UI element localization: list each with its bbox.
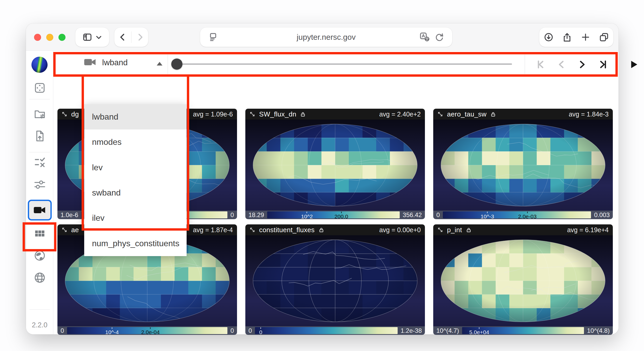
- colorbar-tick: 10^-3: [481, 212, 494, 219]
- dropdown-item-lwband[interactable]: lwband: [84, 104, 187, 129]
- tab-overview-icon[interactable]: [599, 32, 609, 42]
- dimension-select-value[interactable]: lwband: [102, 58, 128, 67]
- mollweide-map: [245, 235, 425, 326]
- colorbar-max: 10^(4.8): [587, 327, 610, 334]
- colorbar-tick: 5.0e+04: [469, 327, 489, 335]
- toolbar-divider: [525, 55, 525, 74]
- downloads-icon[interactable]: [543, 32, 554, 42]
- dropdown-item-ilev[interactable]: ilev: [84, 205, 187, 231]
- url-text[interactable]: jupyter.nersc.gov: [297, 33, 356, 42]
- list-check-icon: [33, 156, 46, 169]
- reload-icon[interactable]: [434, 32, 444, 42]
- panel-colorbar: 10^(4.7)5.0e+0410^(4.8): [433, 326, 613, 335]
- colorbar-tick: 10^2: [301, 212, 313, 219]
- previous-frame-button[interactable]: [556, 59, 567, 70]
- panel-title: SW_flux_dn: [259, 110, 296, 118]
- video-camera-icon: [34, 206, 46, 214]
- mollweide-map: [433, 120, 613, 211]
- lock-icon[interactable]: [466, 227, 471, 233]
- colorbar-max: 0: [231, 327, 234, 334]
- first-frame-button[interactable]: [535, 59, 546, 70]
- colorbar-gradient: 10^2200.0: [267, 211, 400, 218]
- colorbar-tick: 2.0e-03: [518, 212, 536, 219]
- map-canvas[interactable]: [245, 235, 425, 326]
- browser-toolbar: jupyter.nersc.gov: [26, 23, 619, 51]
- globe-wireframe-icon: [33, 271, 46, 284]
- colorbar-gradient: 5.0e+04: [462, 327, 584, 334]
- colorbar-gradient: 10^-32.0e-03: [443, 211, 591, 218]
- close-window-button[interactable]: [34, 34, 41, 41]
- forward-button[interactable]: [135, 32, 145, 42]
- panel-colorbar: 010^-32.0e-030.003: [433, 211, 613, 219]
- panel-header[interactable]: p_intavg = 6.19e+4: [433, 224, 613, 235]
- toolbar-divider: [617, 55, 617, 74]
- expand-icon[interactable]: [62, 111, 67, 117]
- sidebar-item-session-manager[interactable]: [26, 156, 53, 169]
- dropdown-item-num_phys_constituents[interactable]: num_phys_constituents: [84, 231, 187, 256]
- map-canvas[interactable]: [245, 120, 425, 211]
- lock-icon[interactable]: [300, 112, 306, 117]
- new-tab-icon[interactable]: [580, 32, 591, 42]
- tune-sliders-icon: [33, 178, 46, 191]
- colorbar-min: 10^(4.7): [436, 327, 459, 334]
- map-panel-p_int: p_intavg = 6.19e+410^(4.7)5.0e+0410^(4.8…: [433, 224, 613, 335]
- panel-header[interactable]: SW_flux_dnavg = 2.40e+2: [245, 109, 425, 120]
- dropdown-item-swband[interactable]: swband: [84, 180, 187, 205]
- map-canvas[interactable]: [433, 120, 613, 211]
- panel-header[interactable]: aero_tau_swavg = 1.84e-3: [433, 109, 613, 120]
- chevron-down-icon[interactable]: [95, 34, 102, 41]
- grid-icon: [33, 227, 46, 240]
- panel-colorbar: 001.2e-38: [245, 326, 425, 335]
- mollweide-map: [433, 235, 613, 326]
- sidebar-item-pan[interactable]: [26, 81, 53, 94]
- frame-slider-thumb[interactable]: [171, 58, 182, 70]
- toolbar-actions: [539, 28, 613, 47]
- lock-icon[interactable]: [490, 112, 496, 117]
- file-upload-icon: [33, 129, 46, 142]
- play-button[interactable]: [628, 59, 639, 70]
- panel-avg-value: avg = 1.87e-4: [193, 226, 233, 234]
- next-frame-button[interactable]: [577, 59, 588, 70]
- colorbar-min: 18.29: [248, 211, 264, 219]
- expand-icon[interactable]: [249, 227, 255, 233]
- sidebar-item-open-file[interactable]: [26, 129, 53, 142]
- app-logo-globe: [31, 57, 48, 73]
- sidebar-divider: [29, 99, 50, 99]
- sidebar-item-layout-grid[interactable]: [26, 227, 53, 240]
- lock-icon[interactable]: [319, 227, 324, 233]
- map-panel-aero_tau_sw: aero_tau_swavg = 1.84e-3010^-32.0e-030.0…: [433, 109, 613, 219]
- panel-title: constituent_fluxes: [259, 226, 315, 234]
- sidebar-item-basemap[interactable]: [26, 271, 53, 284]
- address-bar[interactable]: jupyter.nersc.gov: [200, 28, 452, 47]
- panel-header[interactable]: constituent_fluxesavg = 0.00e+0: [245, 224, 425, 235]
- zoom-window-button[interactable]: [58, 34, 65, 41]
- translate-icon[interactable]: [419, 32, 430, 42]
- map-canvas[interactable]: [433, 235, 613, 326]
- last-frame-button[interactable]: [597, 59, 608, 70]
- expand-icon[interactable]: [249, 111, 255, 117]
- share-icon[interactable]: [562, 32, 572, 42]
- dropdown-item-lev[interactable]: lev: [84, 155, 187, 180]
- expand-icon[interactable]: [437, 111, 443, 117]
- sidebar-item-animation-active[interactable]: [28, 200, 52, 220]
- dropdown-item-nmodes[interactable]: nmodes: [84, 129, 187, 155]
- colorbar-max: 0: [231, 211, 234, 219]
- sidebar-item-projection[interactable]: [26, 249, 53, 262]
- sidebar-toggle-group: [75, 28, 109, 47]
- panel-colorbar: 18.2910^2200.0356.42: [245, 211, 425, 219]
- minimize-window-button[interactable]: [46, 34, 53, 41]
- expand-icon[interactable]: [62, 227, 67, 233]
- dropdown-open-arrow-icon[interactable]: [157, 62, 162, 66]
- sidebar-toggle-icon[interactable]: [82, 32, 93, 42]
- page-settings-icon[interactable]: [208, 32, 218, 42]
- panel-avg-value: avg = 0.00e+0: [379, 226, 421, 234]
- back-button[interactable]: [118, 32, 128, 42]
- sidebar-item-settings[interactable]: [26, 178, 53, 191]
- colorbar-max: 0.003: [594, 211, 610, 219]
- map-panel-constituent_fluxes: constituent_fluxesavg = 0.00e+0001.2e-38: [245, 224, 425, 335]
- colorbar-min: 0: [61, 327, 64, 334]
- sidebar-item-file-browser[interactable]: [26, 107, 53, 120]
- expand-icon[interactable]: [437, 227, 443, 233]
- sidebar-divider: [29, 152, 50, 152]
- frame-slider-track[interactable]: [177, 63, 512, 65]
